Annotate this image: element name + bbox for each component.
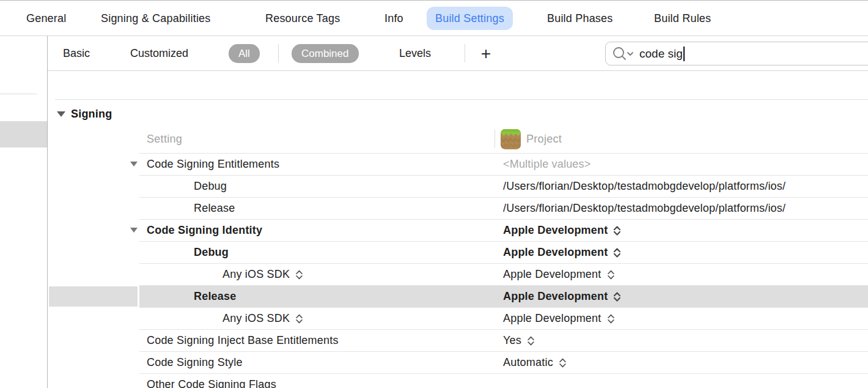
setting-row[interactable]: Code Signing StyleAutomatic <box>139 352 868 374</box>
tab-info[interactable]: Info <box>376 7 412 30</box>
setting-name: Code Signing Identity <box>147 224 262 237</box>
left-sidebar <box>0 36 48 388</box>
column-header-setting: Setting <box>147 124 182 154</box>
build-settings-toolbar: Basic Customized All Combined Levels + c… <box>48 36 868 71</box>
chevron-down-icon <box>628 53 633 55</box>
setting-row[interactable]: Release/Users/florian/Desktop/testadmobg… <box>139 198 868 220</box>
scope-all-button[interactable]: All <box>229 44 260 63</box>
column-divider <box>495 130 495 148</box>
setting-row[interactable]: DebugApple Development <box>139 242 868 264</box>
editor-tab-bar: GeneralSigning & CapabilitiesResource Ta… <box>0 1 868 36</box>
setting-value: /Users/florian/Desktop/testadmobgdevelop… <box>503 202 785 215</box>
setting-row[interactable]: Code Signing Inject Base EntitlementsYes <box>139 330 868 352</box>
setting-value: Apple Development <box>503 312 601 325</box>
setting-name: Any iOS SDK <box>223 312 290 325</box>
scope-customized-button[interactable]: Customized <box>130 36 188 71</box>
setting-row[interactable]: Code Signing Entitlements<Multiple value… <box>139 154 868 176</box>
build-settings-pane: Basic Customized All Combined Levels + c… <box>48 36 868 388</box>
chevron-up-down-icon[interactable] <box>295 269 304 280</box>
tab-resource-tags[interactable]: Resource Tags <box>257 7 348 30</box>
signing-section-header[interactable]: Signing <box>57 105 112 123</box>
setting-value: <Multiple values> <box>503 158 590 171</box>
search-input[interactable]: code sig <box>639 47 683 61</box>
setting-name: Other Code Signing Flags <box>147 378 276 388</box>
setting-row[interactable]: Any iOS SDKApple Development <box>139 308 868 330</box>
sidebar-selected-item[interactable] <box>0 121 47 147</box>
setting-name: Code Signing Inject Base Entitlements <box>147 334 339 347</box>
setting-value: Apple Development <box>503 246 608 259</box>
settings-rows: Code Signing Entitlements<Multiple value… <box>139 154 868 388</box>
setting-row[interactable]: Release+Apple Development <box>139 286 868 308</box>
tab-build-settings[interactable]: Build Settings <box>427 7 513 30</box>
toolbar-separator <box>278 44 279 62</box>
setting-value: Apple Development <box>503 224 608 237</box>
chevron-up-down-icon[interactable] <box>606 269 616 280</box>
scope-basic-button[interactable]: Basic <box>63 36 90 71</box>
setting-value: /Users/florian/Desktop/testadmobgdevelop… <box>503 180 785 193</box>
xcode-build-settings-window: GeneralSigning & CapabilitiesResource Ta… <box>0 0 868 388</box>
table-header-row: Setting Project <box>139 124 868 154</box>
chevron-up-down-icon[interactable] <box>612 247 622 258</box>
setting-name: Release <box>194 290 236 303</box>
column-header-project-label: Project <box>526 133 562 146</box>
chevron-up-down-icon[interactable] <box>612 225 622 236</box>
setting-value: Automatic <box>503 356 553 369</box>
chevron-up-down-icon[interactable] <box>295 313 304 324</box>
project-app-icon <box>501 129 521 149</box>
toolbar-separator <box>465 44 465 62</box>
setting-row[interactable]: Code Signing IdentityApple Development <box>139 220 868 242</box>
chevron-up-down-icon[interactable] <box>558 357 567 368</box>
setting-name: Code Signing Entitlements <box>147 158 279 171</box>
section-title: Signing <box>71 108 112 121</box>
disclosure-triangle-icon[interactable] <box>130 162 138 166</box>
tab-build-phases[interactable]: Build Phases <box>539 7 621 30</box>
chevron-up-down-icon[interactable] <box>606 313 616 324</box>
chevron-up-down-icon[interactable] <box>612 291 622 302</box>
view-levels-button[interactable]: Levels <box>399 36 431 71</box>
sidebar-divider <box>0 94 37 94</box>
search-field[interactable]: code sig <box>605 42 868 65</box>
add-build-setting-button[interactable]: + <box>476 36 496 71</box>
setting-value: Yes <box>503 334 521 347</box>
view-combined-button[interactable]: Combined <box>292 44 359 63</box>
build-settings-table: Setting Project Code Signing Entitlement… <box>139 124 868 388</box>
setting-name: Any iOS SDK <box>223 268 290 281</box>
setting-name: Code Signing Style <box>147 356 243 369</box>
content-top-divider <box>55 99 868 100</box>
setting-name: Release <box>194 202 235 215</box>
column-header-project: Project <box>501 124 562 154</box>
disclosure-triangle-icon[interactable] <box>130 228 138 233</box>
tab-build-rules[interactable]: Build Rules <box>645 7 719 30</box>
setting-value: Apple Development <box>503 290 608 303</box>
text-caret <box>683 47 685 61</box>
disclosure-triangle-icon[interactable] <box>57 111 65 117</box>
chevron-up-down-icon[interactable] <box>526 335 535 346</box>
setting-name: Debug <box>194 180 227 193</box>
setting-value: Apple Development <box>503 268 601 281</box>
tab-signing-capabilities[interactable]: Signing & Capabilities <box>92 7 219 30</box>
setting-row[interactable]: Any iOS SDKApple Development <box>139 264 868 286</box>
setting-name: Debug <box>194 246 229 259</box>
tab-general[interactable]: General <box>18 7 75 30</box>
search-icon[interactable] <box>612 46 634 62</box>
setting-row[interactable]: Debug/Users/florian/Desktop/testadmobgde… <box>139 176 868 198</box>
setting-row[interactable]: Other Code Signing Flags <box>139 374 868 388</box>
